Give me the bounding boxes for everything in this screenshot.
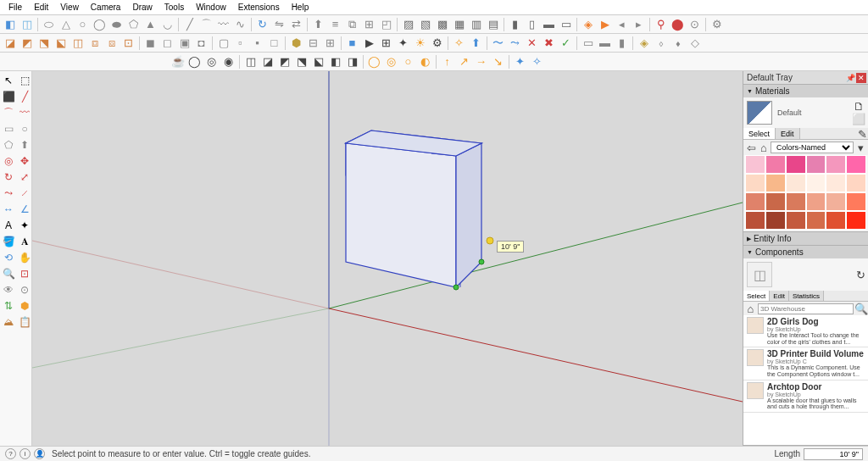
cylinder-icon[interactable]: ⬭ (41, 16, 57, 32)
zoom-tool-icon[interactable]: 🔍 (1, 266, 16, 281)
solid2-icon[interactable]: ◻ (159, 35, 175, 51)
material-swatch-0[interactable] (745, 155, 765, 174)
move-tool-icon[interactable]: ✥ (17, 153, 32, 169)
comp1-icon[interactable]: ◪ (2, 35, 18, 51)
view-shaded-icon[interactable]: ■ (344, 35, 360, 51)
materials-edit-icon[interactable]: ✎ (856, 128, 868, 140)
select-tool-icon[interactable]: ↖ (1, 73, 16, 88)
component-item-2[interactable]: Archtop Door by SketchUp A scalable door… (743, 380, 868, 413)
flip-icon[interactable]: ⇋ (271, 16, 287, 32)
menu-camera[interactable]: Camera (86, 1, 126, 14)
menu-tools[interactable]: Tools (159, 1, 189, 14)
position-camera-tool-icon[interactable]: 👁 (1, 282, 16, 297)
components-search-input[interactable] (758, 303, 854, 314)
solid3-icon[interactable]: ▣ (176, 35, 192, 51)
material-swatch-1[interactable] (765, 155, 786, 174)
material-swatch-10[interactable] (826, 174, 846, 192)
arrow3-icon[interactable]: → (473, 53, 489, 69)
component-item-1[interactable]: 3D Printer Build Volume by SketchUp C Th… (743, 347, 868, 380)
components-tab-edit[interactable]: Edit (770, 291, 789, 301)
eraser-tool-icon[interactable]: ⬛ (1, 89, 16, 104)
text-tool-icon[interactable]: A (1, 218, 16, 233)
cube-set7-icon[interactable]: ◨ (344, 53, 360, 69)
circle4-icon[interactable]: ◐ (417, 53, 433, 69)
path4-icon[interactable]: ✖ (541, 35, 557, 51)
view-axes-icon[interactable]: ✦ (395, 35, 411, 51)
pyramid-icon[interactable]: ▲ (142, 16, 159, 32)
3dtext-tool-icon[interactable]: 𝐀 (17, 234, 32, 249)
menu-file[interactable]: File (3, 1, 27, 14)
materials-home-icon[interactable]: ⌂ (758, 142, 770, 153)
material-swatch-7[interactable] (765, 174, 786, 192)
rect1-icon[interactable]: ▭ (580, 35, 596, 51)
comp6-icon[interactable]: ⧈ (86, 35, 103, 51)
bars3-icon[interactable]: ▬ (541, 16, 557, 32)
materials-menu-icon[interactable]: ▾ (854, 142, 866, 153)
scale-tool-icon[interactable]: ⤢ (17, 169, 32, 185)
comp2-icon[interactable]: ◩ (19, 35, 35, 51)
look-around-tool-icon[interactable]: ⊙ (17, 282, 32, 297)
arrow2-icon[interactable]: ↗ (456, 53, 472, 69)
component-refresh-icon[interactable]: ↻ (854, 269, 866, 280)
materials-collection-dropdown[interactable]: Colors-Named (771, 142, 854, 153)
protractor-tool-icon[interactable]: ∠ (17, 202, 32, 217)
hatch2-icon[interactable]: ▧ (417, 16, 433, 32)
location-icon[interactable]: ⬤ (670, 16, 686, 32)
north-icon[interactable]: ⬆ (468, 35, 484, 51)
arc-tool-icon[interactable]: ⌒ (1, 105, 16, 120)
misc2-icon[interactable]: ⬨ (653, 35, 669, 51)
rectangle-tool-icon[interactable]: ▭ (1, 121, 16, 136)
view-settings-icon[interactable]: ⚙ (429, 35, 445, 51)
misc1-icon[interactable]: ◈ (636, 35, 652, 51)
freehand-icon[interactable]: 〰 (215, 16, 231, 32)
menu-draw[interactable]: Draw (127, 1, 157, 14)
material-swatch-6[interactable] (745, 174, 765, 192)
walk-tool-icon[interactable]: ⇅ (1, 298, 16, 314)
materials-panel-header[interactable]: ▼Materials (743, 85, 868, 97)
clipboard-tool-icon[interactable]: 📋 (17, 314, 32, 330)
orbit-tool-icon[interactable]: ⟲ (1, 250, 16, 265)
components-search-icon[interactable]: 🔍 (855, 303, 866, 314)
menu-help[interactable]: Help (287, 1, 314, 14)
path3-icon[interactable]: ✕ (524, 35, 540, 51)
material-swatch-14[interactable] (786, 192, 806, 211)
measurement-input[interactable] (804, 448, 863, 460)
cube-icon[interactable]: ◧ (2, 16, 18, 32)
teapot3-icon[interactable]: ◎ (203, 53, 220, 69)
components-tab-select[interactable]: Select (743, 291, 770, 301)
star2-icon[interactable]: ✧ (529, 53, 545, 69)
cone-icon[interactable]: △ (58, 16, 74, 32)
cube-set4-icon[interactable]: ⬔ (293, 53, 309, 69)
stack-icon[interactable]: ⧉ (344, 16, 360, 32)
cube-set1-icon[interactable]: ◫ (242, 53, 259, 69)
teapot1-icon[interactable]: ☕ (170, 53, 186, 69)
gear-icon[interactable]: ⚙ (709, 16, 725, 32)
axes-tool-icon[interactable]: ✦ (17, 218, 32, 233)
arc-icon[interactable]: ⌒ (198, 16, 214, 32)
materials-tab-edit[interactable]: Edit (776, 128, 800, 139)
arrow1-icon[interactable]: ↑ (439, 53, 455, 69)
comp3-icon[interactable]: ⬔ (36, 35, 52, 51)
material-swatch-5[interactable] (846, 155, 866, 174)
rect3-icon[interactable]: ▮ (614, 35, 630, 51)
rotate-tool2-icon[interactable]: ↻ (1, 169, 16, 185)
box3-icon[interactable]: ▪ (249, 35, 265, 51)
material-swatch-21[interactable] (806, 211, 826, 230)
tray-pin-icon[interactable]: 📌 (845, 73, 855, 83)
material-swatch-9[interactable] (806, 174, 826, 192)
next-icon[interactable]: ▸ (631, 16, 647, 32)
tray-close-icon[interactable]: ✕ (856, 73, 866, 83)
cube-set2-icon[interactable]: ◪ (259, 53, 275, 69)
waypoint-icon[interactable]: ⊙ (687, 16, 703, 32)
teapot4-icon[interactable]: ◉ (220, 53, 236, 69)
components-panel-header[interactable]: ▼Components (743, 246, 868, 258)
material-swatch-15[interactable] (806, 192, 826, 211)
material-swatch-3[interactable] (806, 155, 826, 174)
view-play-icon[interactable]: ▶ (361, 35, 377, 51)
tray-titlebar[interactable]: Default Tray 📌 ✕ (743, 71, 868, 85)
circle-tool-icon[interactable]: ○ (17, 121, 32, 136)
compass-icon[interactable]: ✧ (451, 35, 467, 51)
pin-icon[interactable]: ⚲ (653, 16, 669, 32)
solid4-icon[interactable]: ◘ (193, 35, 209, 51)
material-swatch-18[interactable] (745, 211, 765, 230)
